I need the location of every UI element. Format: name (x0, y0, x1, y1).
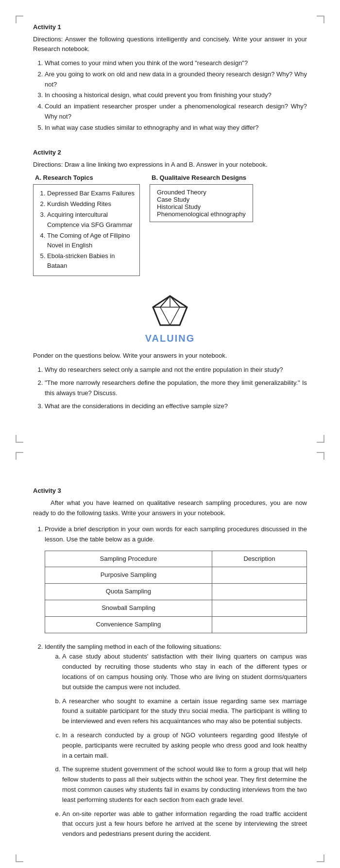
snowball-label: Snowball Sampling (45, 600, 212, 616)
col-a-container: A. Research Topics Depressed Bar Exams F… (33, 174, 140, 276)
question-5: In what way case studies similar to ethn… (45, 123, 307, 133)
table-row: Convenience Sampling (45, 616, 307, 633)
corner-br-2 (317, 854, 324, 862)
question-1: What comes to your mind when you think o… (45, 58, 307, 69)
corner-tr-1 (317, 16, 324, 23)
table-row: Snowball Sampling (45, 600, 307, 616)
col-a-list: Depressed Bar Exams Failures Kurdish Wed… (47, 189, 135, 271)
question-3: In choosing a historical design, what co… (45, 90, 307, 101)
question-2: Are you going to work on old and new dat… (45, 69, 307, 90)
valuing-q1: Why do researchers select only a sample … (45, 365, 307, 375)
table-header-description: Description (212, 551, 306, 567)
col-b-items: Grounded Theory Case Study Historical St… (150, 184, 253, 222)
purposive-desc (212, 567, 306, 584)
activity2-section: Activity 2 Directions: Draw a line linki… (33, 149, 307, 277)
activity1-title: Activity 1 (33, 23, 307, 31)
situation-e: An on-site reporter was able to gather i… (62, 809, 307, 839)
col-a-item-2: Kurdish Wedding Rites (47, 199, 135, 209)
activity3-q2: Identify the sampling method in each of … (45, 642, 307, 839)
main-content: Activity 1 Directions: Answer the follow… (0, 0, 340, 868)
col-a-header: A. Research Topics (33, 174, 140, 181)
situations-list: A case study about students' satisfactio… (62, 652, 307, 839)
corner-tl-1 (16, 16, 23, 23)
valuing-q2: "The more narrowly researchers define th… (45, 378, 307, 399)
convenience-label: Convenience Sampling (45, 616, 212, 633)
col-a-items: Depressed Bar Exams Failures Kurdish Wed… (33, 184, 140, 276)
corner-bl-2 (16, 854, 23, 862)
quota-desc (212, 584, 306, 600)
corner-br-1 (317, 435, 324, 443)
col-a-item-5: Ebola-stricken Babies in Bataan (47, 251, 135, 271)
col-b-container: B. Qualitaive Research Designs Grounded … (150, 174, 253, 276)
activity3-section: Activity 3 After what you have learned o… (33, 482, 307, 839)
corner-bl-1 (16, 435, 23, 443)
table-row: Purposive Sampling (45, 567, 307, 584)
activity2-directions: Directions: Draw a line linking two expr… (33, 160, 307, 170)
valuing-directions: Ponder on the questions below. Write you… (33, 352, 307, 359)
col-a-item-3: Acquiring intercultural Comptence via SF… (47, 210, 135, 229)
valuing-questions: Why do researchers select only a sample … (45, 365, 307, 411)
valuing-section: VALUING Ponder on the questions below. W… (33, 294, 307, 411)
activity3-q1-label: Provide a brief description in your own … (45, 525, 307, 543)
page-break-spacer (33, 414, 307, 472)
activity3-intro: After what you have learned on qualitati… (33, 498, 307, 519)
diamond-icon (151, 294, 189, 329)
col-a-item-1: Depressed Bar Exams Failures (47, 189, 135, 198)
activity3-title: Activity 3 (33, 487, 307, 494)
activity1-section: Activity 1 Directions: Answer the follow… (33, 23, 307, 133)
activity3-tasks: Provide a brief description in your own … (45, 524, 307, 839)
corner-tr-2 (317, 452, 324, 460)
table-header-procedure: Sampling Procedure (45, 551, 212, 567)
situation-d: The supreme student government of the sc… (62, 764, 307, 805)
convenience-desc (212, 616, 306, 633)
activity1-directions: Directions: Answer the following questio… (33, 35, 307, 53)
activity1-questions: What comes to your mind when you think o… (45, 58, 307, 133)
sampling-table: Sampling Procedure Description Purposive… (45, 551, 307, 633)
activity3-q2-label: Identify the sampling method in each of … (45, 643, 221, 650)
situation-c: In a research conducted by a group of NG… (62, 730, 307, 761)
matching-exercise: A. Research Topics Depressed Bar Exams F… (33, 174, 307, 276)
col-b-item-4: Phenomenological ethnography (157, 210, 246, 218)
valuing-title: VALUING (33, 333, 307, 344)
quota-label: Quota Sampling (45, 584, 212, 600)
col-b-header: B. Qualitaive Research Designs (150, 174, 253, 181)
purposive-label: Purposive Sampling (45, 567, 212, 584)
question-4: Could an impatient researcher prosper un… (45, 102, 307, 122)
situation-a: A case study about students' satisfactio… (62, 652, 307, 692)
table-row: Quota Sampling (45, 584, 307, 600)
activity3-q1: Provide a brief description in your own … (45, 524, 307, 633)
situation-b: A researcher who sought to examine a cer… (62, 696, 307, 727)
col-a-item-4: The Coming of Age of Filipino Novel in E… (47, 231, 135, 250)
col-b-item-3: Historical Study (157, 203, 246, 210)
snowball-desc (212, 600, 306, 616)
page: Activity 1 Directions: Answer the follow… (0, 0, 340, 868)
valuing-q3: What are the considerations in deciding … (45, 401, 307, 412)
col-b-item-1: Grounded Theory (157, 189, 246, 196)
activity2-title: Activity 2 (33, 149, 307, 156)
corner-tl-2 (16, 452, 23, 460)
col-b-item-2: Case Study (157, 196, 246, 203)
